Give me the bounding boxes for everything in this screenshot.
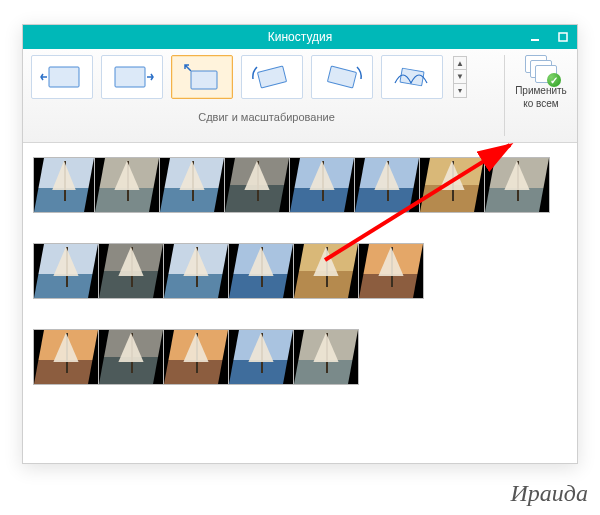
signature: Ираида [511, 480, 588, 507]
effect-rotate-bounce[interactable] [381, 55, 443, 99]
svg-rect-7 [400, 68, 424, 86]
effect-pan-left[interactable] [31, 55, 93, 99]
svg-rect-6 [327, 66, 356, 88]
clip[interactable] [419, 157, 485, 213]
gallery-scroll-up[interactable]: ▲ [453, 56, 467, 70]
clip[interactable] [163, 329, 229, 385]
clip[interactable] [354, 157, 420, 213]
svg-rect-1 [559, 33, 567, 41]
titlebar: Киностудия [23, 25, 577, 49]
effects-gallery: ▲▼▾ Сдвиг и масштабирование [23, 49, 504, 142]
timeline-row [33, 243, 567, 299]
apply-to-all-button[interactable]: ✓ Применить ко всем [505, 49, 577, 142]
maximize-button[interactable] [549, 25, 577, 49]
clip[interactable] [293, 329, 359, 385]
ribbon: ▲▼▾ Сдвиг и масштабирование ✓ Применить … [23, 49, 577, 143]
clip[interactable] [163, 243, 229, 299]
apply-to-all-icon: ✓ [525, 55, 557, 83]
svg-rect-4 [191, 71, 217, 89]
svg-rect-5 [257, 66, 286, 88]
gallery-expand[interactable]: ▾ [453, 84, 467, 98]
clip[interactable] [94, 157, 160, 213]
clip[interactable] [358, 243, 424, 299]
clip[interactable] [289, 157, 355, 213]
clip[interactable] [98, 329, 164, 385]
effect-tilt-right[interactable] [311, 55, 373, 99]
apply-label-line2: ко всем [523, 98, 558, 109]
app-window: Киностудия ▲▼▾ Сдвиг и масштабирование ✓… [22, 24, 578, 464]
clip[interactable] [159, 157, 225, 213]
effect-zoom-in-top[interactable] [171, 55, 233, 99]
clip[interactable] [224, 157, 290, 213]
timeline[interactable] [23, 143, 577, 425]
minimize-button[interactable] [521, 25, 549, 49]
clip[interactable] [33, 329, 99, 385]
window-title: Киностудия [268, 30, 332, 44]
clip[interactable] [293, 243, 359, 299]
svg-rect-3 [115, 67, 145, 87]
svg-rect-2 [49, 67, 79, 87]
clip[interactable] [33, 243, 99, 299]
timeline-row [33, 329, 567, 385]
clip[interactable] [228, 243, 294, 299]
timeline-row [33, 157, 567, 213]
effect-pan-right[interactable] [101, 55, 163, 99]
apply-label-line1: Применить [515, 85, 567, 96]
clip[interactable] [33, 157, 95, 213]
gallery-scroll-down[interactable]: ▼ [453, 70, 467, 84]
window-controls [521, 25, 577, 49]
clip[interactable] [98, 243, 164, 299]
effect-tilt-left[interactable] [241, 55, 303, 99]
clip[interactable] [484, 157, 550, 213]
gallery-label: Сдвиг и масштабирование [31, 111, 502, 123]
clip[interactable] [228, 329, 294, 385]
